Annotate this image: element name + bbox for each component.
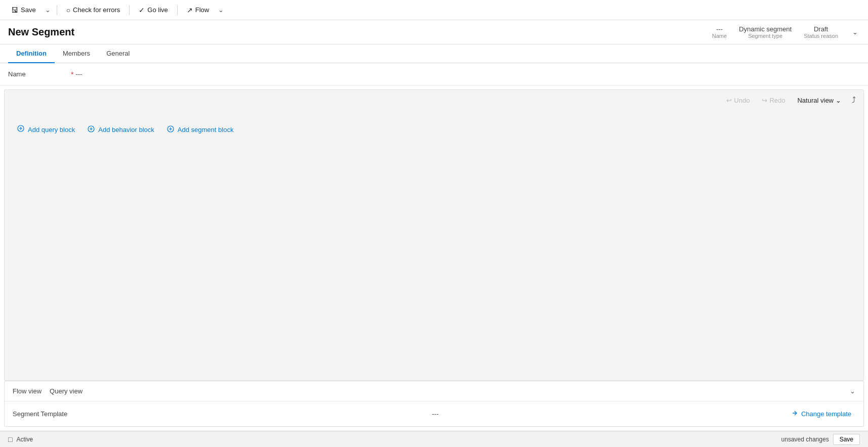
query-view-tab[interactable]: Query view [50,386,82,396]
header-chevron-icon: ⌄ [852,28,858,36]
redo-label: Redo [769,97,785,104]
status-left: □ Active [8,435,33,443]
unsaved-changes-label: unsaved changes [781,436,829,443]
save-button[interactable]: 🖫 Save [6,4,41,17]
main-content: Name * --- ↩ Undo ↪ Redo Natural view ⌄ … [0,63,868,431]
toolbar-separator-3 [177,5,178,15]
template-value: --- [432,410,438,418]
save-dropdown-icon: ⌄ [45,6,51,14]
flow-label: Flow [195,6,209,14]
flow-button[interactable]: ↗ Flow [182,4,214,17]
check-errors-label: Check for errors [73,6,120,14]
meta-segment-type-value: Dynamic segment [739,25,792,33]
redo-icon: ↪ [762,97,767,104]
template-row: Segment Template --- Change template [5,401,863,426]
toolbar-separator-2 [129,5,130,15]
segment-canvas: ↩ Undo ↪ Redo Natural view ⌄ ⤴ [4,90,864,381]
bottom-panel-collapse-button[interactable]: ⌄ [850,387,855,395]
main-toolbar: 🖫 Save ⌄ ○ Check for errors ✓ Go live ↗ … [0,0,868,20]
query-block-icon [17,124,25,135]
name-label: Name [8,70,69,78]
bottom-panel: Flow view Query view ⌄ Segment Template … [4,381,864,427]
expand-button[interactable]: ⤴ [850,94,857,106]
name-row: Name * --- [0,63,868,85]
change-template-icon [791,410,798,418]
add-behavior-block-label: Add behavior block [98,126,154,133]
add-query-block-label: Add query block [28,126,75,133]
add-behavior-block-button[interactable]: Add behavior block [87,123,154,137]
page-header: New Segment --- Name Dynamic segment Seg… [0,20,868,44]
status-save-button[interactable]: Save [833,434,860,445]
tab-general[interactable]: General [98,44,138,63]
behavior-block-icon [87,125,95,135]
meta-segment-type: Dynamic segment Segment type [739,25,792,39]
save-dropdown-button[interactable]: ⌄ [43,4,53,16]
canvas-toolbar: ↩ Undo ↪ Redo Natural view ⌄ ⤴ [5,90,863,110]
view-chevron-icon: ⌄ [836,97,841,104]
meta-segment-type-label: Segment type [739,33,792,39]
go-live-label: Go live [147,6,168,14]
flow-dropdown-button[interactable]: ⌄ [216,4,226,16]
save-label: Save [21,6,36,14]
undo-icon: ↩ [726,97,732,104]
page-title: New Segment [8,26,74,38]
toolbar-separator-1 [57,5,57,15]
check-errors-button[interactable]: ○ Check for errors [61,4,126,17]
bottom-panel-chevron-icon: ⌄ [850,387,855,395]
view-selector-button[interactable]: Natural view ⌄ [794,95,844,106]
meta-name: --- Name [712,25,727,39]
block-buttons-area: Add query block Add behavior block [5,110,863,149]
flow-icon: ↗ [187,6,193,14]
status-bar: □ Active unsaved changes Save [0,431,868,447]
tab-definition[interactable]: Definition [8,44,55,63]
add-segment-block-button[interactable]: Add segment block [167,123,234,137]
change-template-button[interactable]: Change template [787,408,855,420]
save-icon: 🖫 [11,6,18,14]
meta-status: Draft Status reason [804,25,838,39]
meta-name-label: Name [712,33,727,39]
change-template-label: Change template [801,410,851,418]
bottom-panel-tabs: Flow view Query view [13,386,82,396]
check-errors-icon: ○ [66,6,70,14]
segment-block-icon [167,125,175,135]
redo-button[interactable]: ↪ Redo [759,95,788,106]
flow-dropdown-icon: ⌄ [218,6,224,14]
flow-view-tab[interactable]: Flow view [13,386,42,396]
meta-status-label: Status reason [804,33,838,39]
go-live-icon: ✓ [139,6,145,14]
definition-tabs: Definition Members General [0,44,868,63]
header-meta: --- Name Dynamic segment Segment type Dr… [712,25,860,39]
template-label: Segment Template [13,410,84,418]
status-icon: □ [8,435,12,443]
undo-label: Undo [734,97,750,104]
meta-status-value: Draft [804,25,838,33]
name-value: --- [75,70,82,78]
expand-icon: ⤴ [852,96,856,104]
tab-members[interactable]: Members [55,44,98,63]
undo-button[interactable]: ↩ Undo [723,95,753,106]
add-segment-block-label: Add segment block [178,126,234,133]
bottom-panel-header: Flow view Query view ⌄ [5,381,863,401]
add-query-block-button[interactable]: Add query block [17,122,75,137]
view-label: Natural view [797,97,834,104]
name-required: * [71,70,73,78]
meta-name-value: --- [712,25,727,33]
status-label: Active [16,436,33,443]
header-collapse-button[interactable]: ⌄ [850,26,860,38]
go-live-button[interactable]: ✓ Go live [134,4,173,17]
status-right: unsaved changes Save [781,434,860,445]
